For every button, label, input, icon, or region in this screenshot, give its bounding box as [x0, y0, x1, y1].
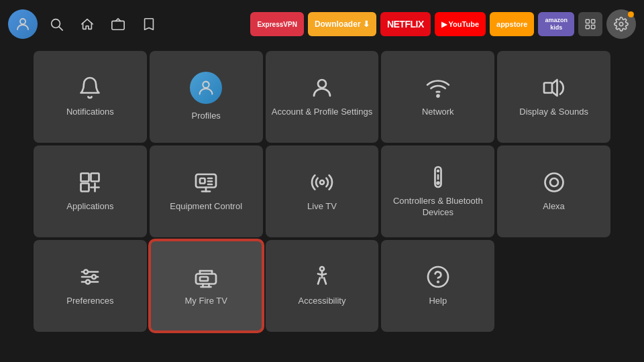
- grid-item-equipment[interactable]: Equipment Control: [150, 145, 263, 237]
- svg-point-35: [84, 270, 88, 274]
- firetv-icon: [194, 265, 218, 289]
- preferences-label: Preferences: [66, 296, 113, 307]
- svg-point-37: [86, 280, 90, 284]
- account-icon: [310, 76, 334, 100]
- svg-point-30: [545, 174, 563, 192]
- svg-point-8: [619, 22, 623, 26]
- settings-notification-dot: [628, 11, 634, 17]
- grid-item-notifications[interactable]: Notifications: [34, 51, 147, 143]
- search-icon[interactable]: [44, 12, 68, 36]
- applications-label: Applications: [66, 201, 113, 213]
- netflix-label: NETFLIX: [387, 19, 424, 29]
- grid-item-livetv[interactable]: Live TV: [266, 145, 379, 237]
- help-label: Help: [429, 296, 447, 307]
- appstore-app[interactable]: appstore: [490, 12, 534, 36]
- svg-rect-13: [81, 174, 89, 182]
- grid-item-display[interactable]: Display & Sounds: [497, 51, 610, 143]
- svg-point-10: [318, 80, 326, 88]
- help-icon: [426, 265, 450, 289]
- accessibility-icon: [310, 265, 334, 289]
- wifi-icon: [426, 76, 450, 100]
- grid-item-accessibility[interactable]: Accessibility: [266, 240, 379, 332]
- svg-rect-3: [112, 21, 124, 29]
- svg-point-25: [320, 180, 324, 184]
- controllers-label: Controllers & Bluetooth Devices: [381, 196, 494, 219]
- amazonkids-app[interactable]: amazonkids: [538, 12, 574, 36]
- downloader-label: Downloader ⬇: [315, 19, 370, 29]
- svg-point-9: [203, 82, 209, 88]
- top-nav: ExpressVPN Downloader ⬇ NETFLIX ▶ YouTub…: [0, 0, 644, 48]
- grid-item-account[interactable]: Account & Profile Settings: [266, 51, 379, 143]
- appstore-label: appstore: [496, 20, 527, 28]
- alexa-icon: [542, 170, 566, 194]
- profiles-label: Profiles: [192, 111, 221, 122]
- svg-rect-38: [196, 274, 216, 284]
- nav-apps: ExpressVPN Downloader ⬇ NETFLIX ▶ YouTub…: [250, 9, 636, 39]
- remote-icon: [426, 165, 450, 189]
- profiles-icon: [190, 72, 222, 104]
- svg-rect-15: [81, 184, 89, 192]
- equipment-label: Equipment Control: [170, 201, 242, 213]
- grid-item-applications[interactable]: Applications: [34, 145, 147, 237]
- svg-rect-45: [200, 277, 208, 281]
- svg-point-48: [437, 282, 439, 283]
- youtube-app[interactable]: ▶ YouTube: [435, 12, 486, 36]
- grid-app[interactable]: [578, 12, 602, 36]
- svg-rect-18: [196, 174, 216, 188]
- network-label: Network: [422, 107, 454, 118]
- svg-point-47: [428, 267, 448, 287]
- grid-item-alexa[interactable]: Alexa: [497, 145, 610, 237]
- settings-button[interactable]: [606, 9, 636, 39]
- notifications-label: Notifications: [66, 107, 114, 118]
- home-icon[interactable]: [75, 12, 99, 36]
- tv-icon[interactable]: [106, 12, 130, 36]
- expressvpn-app[interactable]: ExpressVPN: [250, 12, 303, 36]
- livetv-label: Live TV: [307, 201, 337, 213]
- nav-left: [8, 9, 161, 39]
- svg-line-2: [59, 27, 62, 30]
- svg-rect-21: [200, 178, 205, 184]
- svg-point-36: [92, 275, 96, 279]
- grid-item-network[interactable]: Network: [381, 51, 494, 143]
- bookmark-icon[interactable]: [137, 12, 161, 36]
- settings-grid: Notifications Profiles Account & Profile…: [0, 48, 644, 335]
- sliders-icon: [78, 265, 102, 289]
- svg-rect-14: [91, 174, 99, 182]
- svg-rect-12: [544, 83, 552, 93]
- svg-rect-7: [592, 25, 595, 29]
- svg-point-29: [437, 182, 439, 184]
- svg-point-0: [20, 19, 25, 24]
- grid-item-controllers[interactable]: Controllers & Bluetooth Devices: [381, 145, 494, 237]
- bell-icon: [78, 76, 102, 100]
- alexa-label: Alexa: [543, 201, 565, 213]
- downloader-app[interactable]: Downloader ⬇: [308, 12, 376, 36]
- my-fire-tv-label: My Fire TV: [185, 296, 227, 307]
- netflix-app[interactable]: NETFLIX: [380, 12, 431, 36]
- grid-item-profiles[interactable]: Profiles: [150, 51, 263, 143]
- svg-rect-6: [586, 25, 589, 29]
- speaker-icon: [542, 76, 566, 100]
- user-avatar[interactable]: [8, 9, 38, 39]
- display-label: Display & Sounds: [519, 107, 588, 118]
- youtube-label: ▶ YouTube: [441, 20, 479, 29]
- svg-rect-5: [592, 19, 595, 23]
- grid-item-preferences[interactable]: Preferences: [34, 240, 147, 332]
- grid-item-help[interactable]: Help: [381, 240, 494, 332]
- broadcast-icon: [310, 170, 334, 194]
- amazonkids-label: amazonkids: [545, 17, 568, 32]
- expressvpn-label: ExpressVPN: [257, 21, 297, 28]
- monitor-icon: [194, 170, 218, 194]
- svg-point-11: [437, 95, 439, 97]
- grid-item-my-fire-tv[interactable]: My Fire TV: [150, 240, 263, 332]
- apps-icon: [78, 170, 102, 194]
- accessibility-label: Accessibility: [299, 296, 346, 307]
- svg-point-31: [550, 178, 558, 186]
- account-label: Account & Profile Settings: [272, 107, 372, 118]
- svg-rect-4: [586, 19, 589, 23]
